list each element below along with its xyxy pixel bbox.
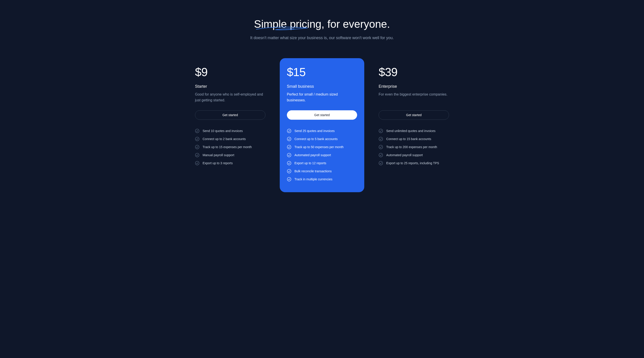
plan-price: $39 bbox=[378, 65, 449, 79]
check-circle-icon bbox=[287, 177, 291, 181]
plan-description: Good for anyone who is self-employed and… bbox=[195, 92, 266, 103]
feature-text: Connect up to 5 bank accounts bbox=[294, 137, 338, 141]
feature-text: Send 25 quotes and invoices bbox=[294, 129, 335, 133]
feature-text: Track up to 15 expenses per month bbox=[202, 145, 252, 149]
feature-text: Export up to 12 reports bbox=[294, 161, 326, 165]
feature-item: Automated payroll support bbox=[378, 153, 449, 157]
get-started-button[interactable]: Get started bbox=[287, 110, 357, 120]
feature-text: Export up to 25 reports, including TPS bbox=[386, 161, 439, 165]
svg-point-10 bbox=[287, 169, 291, 173]
feature-item: Automated payroll support bbox=[287, 153, 357, 157]
check-circle-icon bbox=[287, 129, 291, 133]
svg-point-8 bbox=[287, 153, 291, 157]
check-circle-icon bbox=[195, 129, 200, 133]
feature-text: Bulk reconcile transactions bbox=[294, 169, 332, 173]
page-title: Simple pricing, for everyone. bbox=[254, 18, 390, 30]
check-circle-icon bbox=[287, 137, 291, 141]
plan-price: $15 bbox=[287, 65, 357, 79]
svg-point-9 bbox=[287, 161, 291, 165]
svg-point-3 bbox=[196, 153, 199, 157]
svg-point-1 bbox=[196, 137, 199, 141]
feature-text: Send 10 quotes and invoices bbox=[202, 129, 243, 133]
check-circle-icon bbox=[378, 137, 383, 141]
plan-name: Enterprise bbox=[378, 84, 449, 89]
feature-text: Automated payroll support bbox=[294, 153, 331, 157]
feature-item: Send 25 quotes and invoices bbox=[287, 129, 357, 133]
page-subtitle: It doesn't matter what size your busines… bbox=[9, 36, 635, 40]
svg-point-6 bbox=[287, 137, 291, 141]
check-circle-icon bbox=[195, 145, 200, 149]
features-list: Send 10 quotes and invoices Connect up t… bbox=[195, 129, 266, 165]
feature-item: Manual payroll support bbox=[195, 153, 266, 157]
svg-point-5 bbox=[287, 129, 291, 133]
title-text: Simple pricing, for everyone. bbox=[254, 18, 390, 30]
check-circle-icon bbox=[195, 137, 200, 141]
check-circle-icon bbox=[287, 153, 291, 157]
check-circle-icon bbox=[195, 153, 200, 157]
feature-item: Bulk reconcile transactions bbox=[287, 169, 357, 173]
plan-name: Small business bbox=[287, 84, 357, 89]
pricing-grid: $9 Starter Good for anyone who is self-e… bbox=[188, 58, 456, 192]
feature-item: Connect up to 15 bank accounts bbox=[378, 137, 449, 141]
feature-item: Send 10 quotes and invoices bbox=[195, 129, 266, 133]
features-list: Send unlimited quotes and invoices Conne… bbox=[378, 129, 449, 165]
check-circle-icon bbox=[378, 129, 383, 133]
feature-item: Send unlimited quotes and invoices bbox=[378, 129, 449, 133]
pricing-header: Simple pricing, for everyone. It doesn't… bbox=[9, 18, 635, 40]
plan-name: Starter bbox=[195, 84, 266, 89]
feature-text: Export up to 3 reports bbox=[202, 161, 233, 165]
feature-text: Track in multiple currencies bbox=[294, 177, 332, 181]
feature-item: Connect up to 5 bank accounts bbox=[287, 137, 357, 141]
feature-text: Connect up to 15 bank accounts bbox=[386, 137, 431, 141]
check-circle-icon bbox=[195, 161, 200, 165]
feature-item: Export up to 25 reports, including TPS bbox=[378, 161, 449, 165]
feature-item: Track up to 50 expenses per month bbox=[287, 145, 357, 149]
feature-text: Manual payroll support bbox=[202, 153, 234, 157]
svg-point-7 bbox=[287, 145, 291, 149]
plan-price: $9 bbox=[195, 65, 266, 79]
svg-point-15 bbox=[379, 153, 383, 157]
svg-point-13 bbox=[379, 137, 383, 141]
features-list: Send 25 quotes and invoices Connect up t… bbox=[287, 129, 357, 181]
svg-point-11 bbox=[287, 177, 291, 181]
feature-item: Track up to 15 expenses per month bbox=[195, 145, 266, 149]
svg-point-2 bbox=[196, 145, 199, 149]
feature-text: Connect up to 2 bank accounts bbox=[202, 137, 246, 141]
check-circle-icon bbox=[287, 145, 291, 149]
pricing-card-starter: $9 Starter Good for anyone who is self-e… bbox=[188, 58, 272, 192]
svg-point-14 bbox=[379, 145, 383, 149]
feature-item: Export up to 12 reports bbox=[287, 161, 357, 165]
get-started-button[interactable]: Get started bbox=[378, 110, 449, 120]
feature-item: Export up to 3 reports bbox=[195, 161, 266, 165]
feature-text: Track up to 200 expenses per month bbox=[386, 145, 437, 149]
feature-text: Track up to 50 expenses per month bbox=[294, 145, 344, 149]
plan-description: For even the biggest enterprise companie… bbox=[378, 92, 449, 103]
check-circle-icon bbox=[378, 145, 383, 149]
svg-point-0 bbox=[196, 129, 199, 133]
check-circle-icon bbox=[287, 161, 291, 165]
check-circle-icon bbox=[378, 161, 383, 165]
get-started-button[interactable]: Get started bbox=[195, 110, 266, 120]
feature-item: Track in multiple currencies bbox=[287, 177, 357, 181]
feature-item: Connect up to 2 bank accounts bbox=[195, 137, 266, 141]
feature-text: Automated payroll support bbox=[386, 153, 422, 157]
svg-point-4 bbox=[196, 161, 199, 165]
feature-text: Send unlimited quotes and invoices bbox=[386, 129, 435, 133]
svg-point-12 bbox=[379, 129, 383, 133]
feature-item: Track up to 200 expenses per month bbox=[378, 145, 449, 149]
check-circle-icon bbox=[287, 169, 291, 173]
plan-description: Perfect for small / medium sized busines… bbox=[287, 92, 357, 103]
pricing-card-enterprise: $39 Enterprise For even the biggest ente… bbox=[372, 58, 456, 192]
check-circle-icon bbox=[378, 153, 383, 157]
svg-point-16 bbox=[379, 161, 383, 165]
pricing-card-small-business: $15 Small business Perfect for small / m… bbox=[280, 58, 364, 192]
